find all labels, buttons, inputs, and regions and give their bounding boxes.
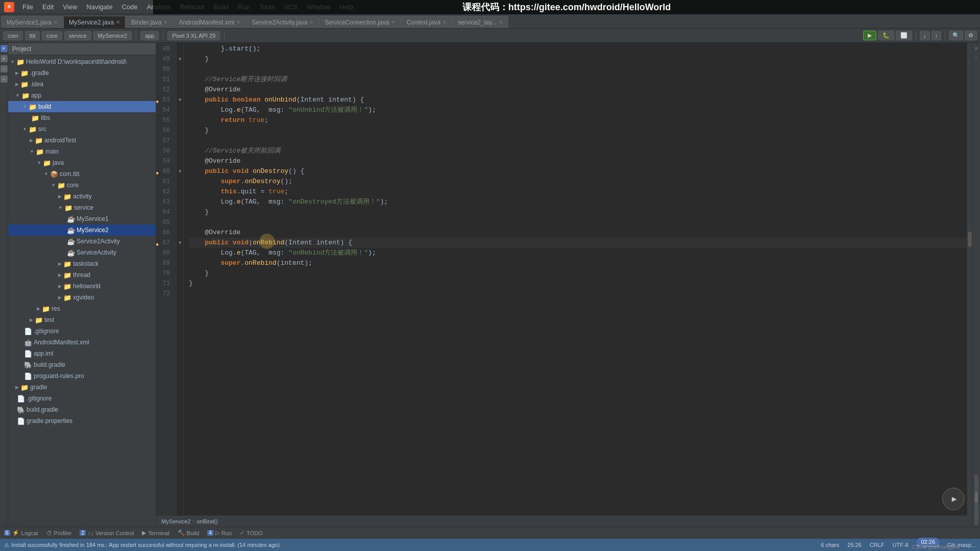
menu-window[interactable]: Window: [303, 2, 334, 12]
debug-button[interactable]: 🐛: [878, 31, 894, 40]
tb-ttit[interactable]: ttit: [25, 31, 40, 40]
tree-core[interactable]: ▼ 📁 core: [8, 180, 156, 191]
menu-code[interactable]: Code: [118, 2, 142, 12]
tab-myservice1-close[interactable]: ✕: [54, 19, 58, 25]
tree-appiml[interactable]: 📄 app.iml: [8, 348, 156, 359]
menu-run[interactable]: Run: [234, 2, 254, 12]
tree-myservice1[interactable]: ☕ MyService1: [8, 213, 156, 224]
fold-icon-53[interactable]: ▼: [178, 97, 181, 103]
scroll-thumb[interactable]: [968, 232, 972, 247]
status-position[interactable]: 25:26: [847, 542, 862, 548]
tree-libs[interactable]: 📁 libs: [8, 112, 156, 123]
tab-build[interactable]: 🔨 Build: [178, 530, 199, 536]
tb-com[interactable]: com: [3, 31, 23, 40]
tree-serviceactivity[interactable]: ☕ ServiceActivity: [8, 247, 156, 258]
tab-myservice1[interactable]: MyService1.java ✕: [1, 16, 63, 28]
tab-todo[interactable]: ✓ TODO: [240, 530, 263, 536]
tree-androidmanifest-xml[interactable]: 🤖 AndroidManifest.xml: [8, 337, 156, 348]
tree-service2activity[interactable]: ☕ Service2Activity: [8, 236, 156, 247]
tree-dotgradle[interactable]: ▶ 📁 .gradle: [8, 67, 156, 79]
tab-serviceconnection[interactable]: ServiceConnection.java ✕: [319, 16, 401, 28]
tree-src[interactable]: ▼ 📁 src: [8, 123, 156, 135]
tab-binder-close[interactable]: ✕: [163, 19, 167, 25]
fold-icon-67[interactable]: ▼: [178, 240, 181, 246]
tree-root-gitignore[interactable]: 📄 .gitignore: [8, 393, 156, 404]
scroll-track[interactable]: [967, 43, 972, 515]
tab-myservice2-close[interactable]: ✕: [116, 19, 120, 25]
tree-java[interactable]: ▼ 📁 java: [8, 157, 156, 168]
tree-gradleprops[interactable]: 📄 gradle.properties: [8, 415, 156, 427]
breadcrumb-onbind[interactable]: onBind(): [197, 518, 218, 524]
status-encoding[interactable]: UTF-8: [893, 542, 909, 548]
tree-app[interactable]: ▼ 📁 app: [8, 90, 156, 101]
menu-edit[interactable]: Edit: [38, 2, 58, 12]
menu-navigate[interactable]: Navigate: [82, 2, 116, 12]
menu-view[interactable]: View: [59, 2, 81, 12]
fold-icon-60[interactable]: ▼: [178, 169, 181, 174]
git-update-button[interactable]: ↓: [920, 31, 930, 40]
code-editor[interactable]: 48 49 50 51 52 53 ◆ 54 55 56 57 58 59 60: [156, 43, 972, 527]
tree-buildgradle[interactable]: 🐘 build.gradle: [8, 359, 156, 370]
tab-versioncontrol[interactable]: 2 ↑↓ Version Control: [80, 530, 134, 536]
tree-thread[interactable]: ▶ 📁 thread: [8, 269, 156, 281]
bookmarks-right-icon[interactable]: ☆: [973, 53, 979, 62]
tab-androidmanifest-close[interactable]: ✕: [236, 19, 240, 25]
tb-app[interactable]: app: [140, 31, 159, 40]
settings-button[interactable]: ⚙: [965, 31, 977, 40]
menu-build[interactable]: Build: [210, 2, 233, 12]
tab-logcat[interactable]: 6 ⚡ Logcat: [4, 530, 38, 536]
tree-root-buildgradle[interactable]: 🐘 build.gradle: [8, 404, 156, 415]
tree-gitignore[interactable]: 📄 .gitignore: [8, 325, 156, 337]
play-button[interactable]: [942, 488, 965, 510]
tree-xgvideo[interactable]: ▶ 📁 xgvideo: [8, 292, 156, 303]
search-button[interactable]: 🔍: [949, 31, 963, 40]
structure-right-icon[interactable]: ≡: [973, 45, 979, 53]
tree-comttit[interactable]: ▼ 📦 com.ttit: [8, 168, 156, 180]
tree-build[interactable]: ▼ 📁 build: [8, 101, 156, 112]
run-button[interactable]: ▶: [863, 31, 876, 40]
tree-taskstack[interactable]: ▶ 📁 taskstack: [8, 258, 156, 269]
tree-activity[interactable]: ▶ 📁 activity: [8, 191, 156, 202]
tree-res[interactable]: ▶ 📁 res: [8, 303, 156, 314]
menu-refactor[interactable]: Refactor: [176, 2, 209, 12]
menu-help[interactable]: Help: [335, 2, 357, 12]
tab-service2lay-close[interactable]: ✕: [499, 19, 503, 25]
tab-androidmanifest[interactable]: AndroidManifest.xml ✕: [173, 16, 246, 28]
stop-button[interactable]: ⬜: [896, 31, 912, 40]
status-linesep[interactable]: CRLF: [870, 542, 885, 548]
bookmark-icon[interactable]: ☆: [1, 65, 8, 72]
code-text[interactable]: }.start(); } //Service断开连接时回调 @Override …: [184, 43, 967, 515]
structure-icon[interactable]: ≡: [1, 55, 8, 62]
tb-core[interactable]: core: [42, 31, 62, 40]
menu-tools[interactable]: Tools: [255, 2, 279, 12]
tab-binder[interactable]: Binder.java ✕: [126, 16, 173, 28]
tab-serviceconnection-close[interactable]: ✕: [391, 19, 395, 25]
tab-run[interactable]: 4 ▷ Run: [207, 530, 232, 536]
tab-myservice2[interactable]: MyService2.java ✕: [63, 16, 126, 28]
tree-myservice2[interactable]: ☕ MyService2: [8, 224, 156, 236]
tb-device[interactable]: Pixel 3 XL API 29: [167, 31, 220, 40]
tree-main[interactable]: ▼ 📁 main: [8, 146, 156, 157]
menu-file[interactable]: File: [18, 2, 37, 12]
git-push-button[interactable]: ↑: [932, 31, 942, 40]
tree-helloworld[interactable]: ▼ 📁 HelloWorld D:\workspace\ttit\android…: [8, 56, 156, 67]
tb-myservice2[interactable]: MyService2: [93, 31, 132, 40]
tree-test[interactable]: ▶ 📁 test: [8, 314, 156, 325]
todo-icon[interactable]: ✓: [1, 76, 8, 83]
tab-profiler[interactable]: ⏱ Profiler: [46, 530, 72, 536]
tab-service2activity-close[interactable]: ✕: [309, 19, 313, 25]
tree-content[interactable]: ▼ 📁 HelloWorld D:\workspace\ttit\android…: [8, 55, 156, 527]
breadcrumb-myservice2[interactable]: MyService2: [161, 518, 190, 524]
tree-gradle[interactable]: ▶ 📁 gradle: [8, 382, 156, 393]
tab-context-close[interactable]: ✕: [443, 19, 447, 25]
menu-vcs[interactable]: VCS: [280, 2, 302, 12]
tree-dotidea[interactable]: ▶ 📁 .idea: [8, 79, 156, 90]
tree-proguard[interactable]: 📄 proguard-rules.pro: [8, 370, 156, 382]
tab-service2activity[interactable]: Service2Activity.java ✕: [246, 16, 319, 28]
fold-icon-49[interactable]: ▼: [178, 57, 181, 62]
tree-helloworld-pkg[interactable]: ▶ 📁 helloworld: [8, 281, 156, 292]
tab-context[interactable]: Context.java ✕: [401, 16, 452, 28]
tab-terminal[interactable]: ▶ Terminal: [142, 530, 169, 536]
menu-analyze[interactable]: Analyze: [143, 2, 175, 12]
tb-service[interactable]: service: [64, 31, 91, 40]
